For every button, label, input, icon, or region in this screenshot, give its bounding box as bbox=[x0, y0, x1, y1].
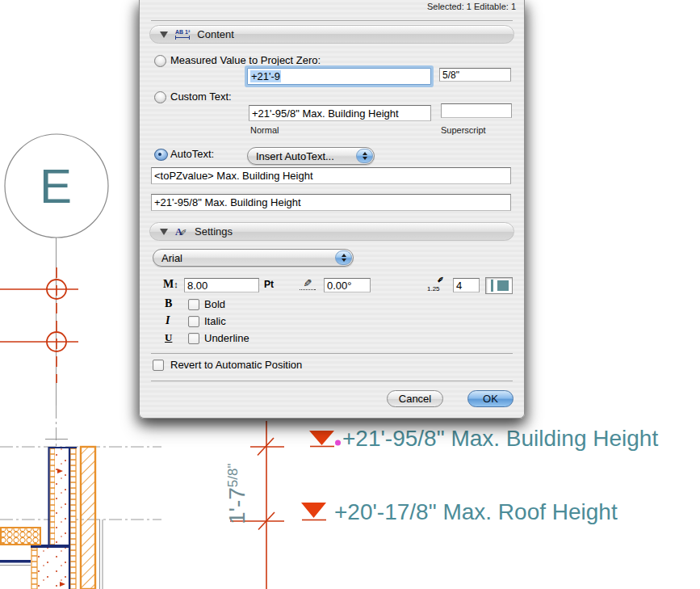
bold-label: Bold bbox=[204, 298, 225, 310]
settings-section-title: Settings bbox=[195, 225, 233, 238]
concrete-core bbox=[55, 448, 69, 545]
annotation-settings-dialog: Selected: 1 Editable: 1 AB 1² Content Me… bbox=[139, 0, 525, 419]
popup-stepper-icon[interactable] bbox=[335, 250, 352, 265]
normal-caption: Normal bbox=[250, 125, 279, 135]
measured-fraction-field[interactable]: 5/8" bbox=[439, 68, 511, 82]
ok-button[interactable]: OK bbox=[467, 390, 513, 407]
settings-section-header[interactable]: A ✎ Settings bbox=[149, 222, 514, 241]
furring-strip bbox=[50, 448, 55, 545]
autotext-template-field[interactable]: <toPZvalue> Max. Building Height bbox=[151, 167, 511, 184]
revert-checkbox[interactable] bbox=[153, 360, 164, 371]
cancel-button[interactable]: Cancel bbox=[387, 390, 443, 407]
autotext-label: AutoText: bbox=[170, 148, 214, 160]
text-style-icon: A ✎ bbox=[175, 227, 187, 237]
autotext-radio[interactable] bbox=[154, 149, 168, 161]
bold-checkbox[interactable] bbox=[188, 299, 199, 310]
underline-icon: U bbox=[165, 331, 172, 344]
text-angle-icon: ✎ bbox=[300, 277, 316, 290]
underline-label: Underline bbox=[204, 332, 249, 344]
pen-weight-value: 1.25 bbox=[427, 285, 440, 292]
measured-value-radio[interactable] bbox=[154, 55, 166, 67]
divider bbox=[151, 381, 513, 381]
revert-label: Revert to Automatic Position bbox=[170, 359, 302, 371]
selection-status: Selected: 1 Editable: 1 bbox=[427, 2, 516, 11]
hotspot-dot bbox=[335, 440, 341, 446]
grid-dimension-markers[interactable] bbox=[0, 267, 78, 383]
custom-superscript-field[interactable] bbox=[441, 103, 512, 118]
italic-checkbox[interactable] bbox=[188, 316, 199, 327]
building-height-label: +21'-95/8" Max. Building Height bbox=[342, 426, 658, 451]
custom-text-radio[interactable] bbox=[154, 91, 166, 103]
insulation-batt bbox=[1, 528, 40, 545]
dimension-text-icon: AB 1² bbox=[175, 29, 190, 40]
text-angle-field[interactable]: 0.00° bbox=[324, 278, 371, 292]
concrete-core bbox=[38, 548, 69, 589]
pen-weight-icon: ✒ bbox=[434, 272, 448, 286]
selected-text: +21'-9 bbox=[250, 70, 281, 82]
italic-icon: I bbox=[166, 314, 170, 327]
underline-checkbox[interactable] bbox=[188, 333, 199, 344]
divider bbox=[151, 353, 513, 354]
custom-text-label: Custom Text: bbox=[170, 90, 232, 103]
custom-text-field[interactable]: +21'-95/8" Max. Building Height bbox=[249, 105, 431, 121]
disclosure-triangle-icon[interactable] bbox=[160, 229, 168, 235]
font-size-icon: M↕ bbox=[163, 278, 178, 291]
furring-strip bbox=[31, 548, 37, 589]
divider bbox=[151, 20, 513, 21]
elevation-triangle-icon bbox=[309, 431, 334, 445]
popup-stepper-icon[interactable] bbox=[356, 149, 373, 163]
wall-section bbox=[0, 447, 161, 589]
grid-marker-letter: E bbox=[40, 159, 72, 213]
bold-icon: B bbox=[165, 297, 172, 310]
grid-marker-e[interactable]: E bbox=[5, 134, 108, 238]
elevation-triangle-icon bbox=[301, 503, 326, 518]
autotext-preview-field[interactable]: +21'-95/8" Max. Building Height bbox=[151, 194, 511, 211]
elevation-dimension[interactable]: 1'-75/8" bbox=[224, 421, 284, 589]
cladding-hatch bbox=[81, 447, 95, 589]
measured-value-label: Measured Value to Project Zero: bbox=[170, 54, 321, 66]
superscript-caption: Superscript bbox=[441, 125, 486, 135]
building-height-marker[interactable]: +21'-95/8" Max. Building Height bbox=[309, 426, 658, 451]
furring-strip bbox=[70, 448, 76, 589]
content-section-title: Content bbox=[197, 28, 234, 40]
pen-color-swatch[interactable] bbox=[485, 277, 513, 294]
italic-label: Italic bbox=[204, 315, 226, 327]
font-family-popup[interactable]: Arial bbox=[153, 249, 354, 267]
app-root: { "dialog": { "status": "Selected: 1 Edi… bbox=[0, 0, 700, 589]
content-section-header[interactable]: AB 1² Content bbox=[149, 25, 514, 44]
pt-unit-label: Pt bbox=[264, 279, 274, 290]
roof-height-marker[interactable]: +20'-17/8" Max. Roof Height bbox=[301, 499, 618, 524]
roof-height-label: +20'-17/8" Max. Roof Height bbox=[334, 499, 618, 524]
dimension-text: 1'-75/8" bbox=[224, 464, 249, 525]
elevation-markers: +21'-95/8" Max. Building Height +20'-17/… bbox=[301, 426, 658, 524]
disclosure-triangle-icon[interactable] bbox=[160, 32, 168, 38]
measured-value-field[interactable]: +21'-9 bbox=[247, 68, 431, 85]
pen-number-field[interactable]: 4 bbox=[453, 278, 480, 292]
font-size-field[interactable]: 8.00 bbox=[184, 278, 259, 292]
insert-autotext-popup[interactable]: Insert AutoText... bbox=[247, 147, 375, 165]
